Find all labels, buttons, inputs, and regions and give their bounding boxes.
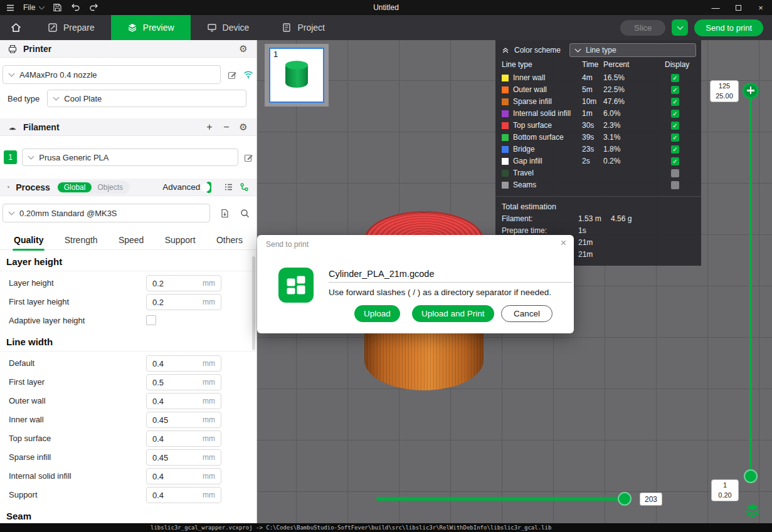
advanced-toggle[interactable]	[206, 182, 211, 193]
cancel-button[interactable]: Cancel	[501, 305, 553, 322]
upload-and-print-button[interactable]: Upload and Print	[412, 305, 494, 322]
legend-row: Gap infill 2s 0.2% ✓	[495, 155, 701, 167]
tab-quality[interactable]: Quality	[13, 232, 45, 248]
close-button[interactable]: ×	[749, 0, 772, 15]
param-label: Inner wall	[9, 415, 44, 424]
printer-preset-row: A4MaxPro 0.4 nozzle	[3, 65, 254, 84]
undo-icon[interactable]	[71, 3, 80, 12]
layer-slider-track[interactable]	[749, 91, 752, 477]
filament-section-header: Filament + − ⚙	[0, 118, 256, 136]
bed-type-combo[interactable]: Cool Plate	[47, 90, 246, 107]
tab-strength[interactable]: Strength	[63, 232, 99, 248]
file-menu[interactable]: File	[23, 3, 44, 12]
section-title: Line width	[0, 330, 256, 352]
param-input[interactable]: 0.2 mm	[146, 294, 221, 310]
send-options-button[interactable]	[672, 19, 688, 36]
display-checkbox[interactable]: ✓	[671, 122, 679, 130]
view-type-dropdown[interactable]: Line type	[569, 43, 696, 57]
col-line-type: Line type	[502, 60, 532, 69]
move-slider-track[interactable]	[376, 497, 627, 501]
legend-row: Top surface 30s 2.3% ✓	[495, 120, 701, 132]
display-checkbox[interactable]: ✓	[671, 157, 679, 165]
bed-type-value: Cool Plate	[64, 94, 102, 103]
param-input[interactable]: 0.5 mm	[146, 374, 221, 390]
line-type-label: Travel	[513, 169, 534, 177]
prepare-icon	[48, 23, 58, 33]
layer-slider-top-handle[interactable]	[743, 83, 759, 99]
layer-slider-bottom-handle[interactable]	[744, 469, 758, 483]
maximize-button[interactable]	[727, 0, 749, 15]
scope-global[interactable]: Global	[58, 182, 92, 192]
printer-settings-gear-icon[interactable]: ⚙	[238, 43, 249, 55]
line-type-percent: 2.3%	[603, 121, 620, 130]
display-checkbox[interactable]: ✓	[671, 98, 679, 106]
param-input[interactable]: 0.4 mm	[146, 468, 221, 484]
param-input[interactable]: 0.2 mm	[146, 275, 221, 291]
edit-printer-icon[interactable]	[226, 69, 237, 80]
display-checkbox[interactable]: ✓	[671, 145, 679, 154]
display-checkbox[interactable]: ✓	[671, 86, 679, 94]
save-preset-icon[interactable]	[219, 207, 230, 219]
param-input[interactable]: 0.4 mm	[146, 430, 221, 447]
parameter-table-icon[interactable]	[224, 182, 233, 193]
tab-speed[interactable]: Speed	[117, 232, 145, 248]
plate-thumbnail[interactable]: 1	[265, 44, 329, 107]
top-layer-number: 125	[711, 81, 738, 91]
nav-tab-device[interactable]: Device	[191, 15, 266, 40]
line-type-time: 1m	[582, 109, 593, 118]
wifi-icon[interactable]	[243, 69, 254, 80]
filament-preset-combo[interactable]: Prusa Generic PLA	[22, 149, 238, 166]
display-checkbox[interactable]: ✓	[671, 74, 679, 82]
display-checkbox[interactable]	[671, 169, 679, 177]
line-type-label: Sparse infill	[513, 97, 552, 106]
param-value: 0.45	[152, 415, 203, 425]
sidebar-scrollbar[interactable]	[252, 256, 255, 350]
remove-filament-icon[interactable]: −	[221, 122, 232, 133]
display-checkbox[interactable]	[671, 181, 679, 189]
scope-objects[interactable]: Objects	[92, 182, 129, 192]
filament-slot-badge[interactable]: 1	[4, 150, 17, 164]
move-slider-handle[interactable]	[618, 492, 632, 506]
legend-row: Bottom surface 39s 3.1% ✓	[495, 132, 701, 143]
redo-icon[interactable]	[89, 3, 98, 12]
process-preset-combo[interactable]: 0.20mm Standard @MK3S	[3, 204, 210, 222]
close-icon[interactable]: ×	[561, 237, 566, 249]
edit-filament-icon[interactable]	[243, 152, 254, 163]
tab-others[interactable]: Others	[215, 232, 244, 248]
nav-tab-prepare[interactable]: Prepare	[31, 15, 111, 40]
filament-settings-gear-icon[interactable]: ⚙	[238, 122, 249, 133]
display-checkbox[interactable]: ✓	[671, 110, 679, 118]
search-icon[interactable]	[239, 207, 250, 219]
compare-presets-icon[interactable]	[240, 182, 249, 193]
save-icon[interactable]	[53, 3, 62, 12]
col-time: Time	[582, 60, 598, 69]
app-menu-icon[interactable]	[6, 4, 14, 11]
nav-tab-project[interactable]: Project	[265, 15, 341, 40]
param-input[interactable]: 0.4 mm	[146, 487, 221, 503]
nav-tab-preview[interactable]: Preview	[111, 15, 191, 40]
add-filament-icon[interactable]: +	[204, 122, 215, 133]
param-input[interactable]: 0.45 mm	[146, 412, 221, 428]
home-button[interactable]	[0, 15, 31, 40]
filename-input[interactable]	[329, 265, 572, 283]
tab-support[interactable]: Support	[164, 232, 197, 248]
process-scope-toggle[interactable]: Global Objects	[56, 180, 130, 194]
legend-row: Sparse infill 10m 47.6% ✓	[495, 96, 701, 108]
param-checkbox[interactable]	[146, 315, 156, 325]
param-input[interactable]: 0.4 mm	[146, 355, 221, 372]
minimize-button[interactable]: —	[704, 0, 727, 15]
process-section-header: Process Global Objects Advanced	[0, 179, 256, 196]
move-slider-label: 203	[640, 493, 662, 506]
slice-button[interactable]: Slice	[620, 20, 665, 36]
param-row: First layer height 0.2 mm	[0, 293, 256, 311]
param-row: Layer height 0.2 mm	[0, 274, 256, 293]
send-to-print-button[interactable]: Send to print	[694, 19, 763, 36]
display-checkbox[interactable]: ✓	[671, 133, 679, 142]
printer-preset-combo[interactable]: A4MaxPro 0.4 nozzle	[3, 65, 221, 84]
upload-button[interactable]: Upload	[354, 305, 400, 322]
one-layer-view-button[interactable]	[744, 501, 761, 519]
line-type-swatch	[502, 122, 509, 129]
param-input[interactable]: 0.4 mm	[146, 393, 221, 409]
param-input[interactable]: 0.45 mm	[146, 449, 221, 466]
collapse-panel-icon[interactable]	[502, 46, 509, 54]
